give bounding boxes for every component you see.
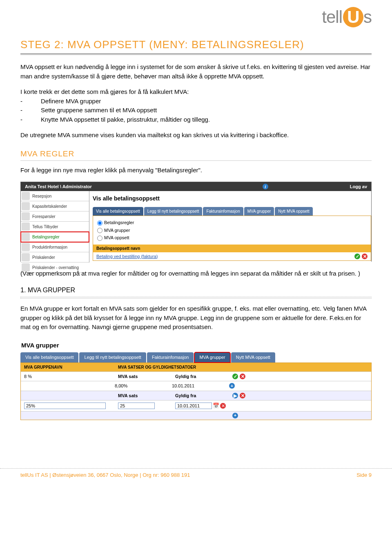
app-header: Anita Test Hotel \ Administrator iLogg a… — [21, 182, 371, 191]
column-header: Betalingsoppsett navn — [93, 245, 371, 252]
delete-icon[interactable]: ✕ — [240, 374, 245, 379]
payment-setup-link[interactable]: Betaling ved bestilling (faktura) — [96, 253, 158, 260]
tab-fakturainfo[interactable]: Fakturainfomasjon — [147, 352, 194, 363]
tab-vis-alle[interactable]: Vis alle betalingsoppsett — [93, 207, 143, 216]
subsection-title: 1. MVA GRUPPER — [20, 285, 372, 297]
logout-link[interactable]: Logg av — [350, 183, 367, 190]
table-row-editable: 📅✕ — [21, 400, 371, 411]
add-icon[interactable]: + — [229, 383, 235, 389]
radio-mva-grupper[interactable]: MVA grupper — [97, 227, 367, 234]
steps-lead: I korte trekk er det dette som må gjøres… — [20, 87, 372, 97]
page-footer: tellUs IT AS | Østensjøveien 36, 0667 Os… — [0, 468, 392, 482]
footer-address: tellUs IT AS | Østensjøveien 36, 0667 Os… — [20, 471, 190, 479]
list-row: Betaling ved bestilling (faktura) ✓✕ — [93, 252, 371, 261]
tab-nytt-mva[interactable]: Nytt MVA oppsett — [275, 207, 313, 216]
tab-mva-grupper[interactable]: MVA grupper — [244, 207, 274, 216]
col-label: MVA sats — [118, 392, 175, 399]
rate-input[interactable] — [118, 403, 155, 409]
date-value: 10.01.2011 — [172, 383, 229, 389]
table-row: MVA sats Gyldig fra ▶✕ — [21, 391, 371, 400]
tab-legg-til[interactable]: Legg til nytt betalingsoppsett — [79, 352, 146, 363]
section-title: MVA REGLER — [20, 148, 372, 161]
step-item: Knytte MVA oppsettet til pakke, prisstru… — [20, 115, 372, 125]
tab-bar: Vis alle betalingsoppsett Legg til nytt … — [93, 207, 371, 216]
date-input[interactable] — [175, 403, 212, 409]
euro-icon — [22, 253, 30, 261]
screenshot-betalingsregler: Anita Test Hotel \ Administrator iLogg a… — [20, 182, 372, 262]
table-header: MVA GRUPPENAVNMVA SATSER OG GYLDIGHETSDA… — [21, 363, 371, 371]
calendar-icon[interactable]: 📅 — [213, 402, 219, 410]
col-label: Gyldig fra — [175, 392, 232, 399]
logo-circle: U — [343, 7, 363, 27]
group-name: 8 % — [24, 373, 118, 380]
tab-mva-grupper[interactable]: MVA grupper — [194, 352, 230, 363]
col-label: Gyldig fra — [175, 373, 232, 380]
tab-vis-alle[interactable]: Vis alle betalingsoppsett — [20, 352, 78, 363]
sidebar-item-foresporsler[interactable]: Forespørsler — [21, 211, 89, 222]
screenshot-mva-grupper: MVA grupper Vis alle betalingsoppsett Le… — [20, 338, 372, 420]
sidebar-item-produktinfo[interactable]: Produktinformasjon — [21, 242, 89, 252]
panel-title: MVA grupper — [20, 338, 372, 353]
page-title: STEG 2: MVA OPPSETT (MENY: BETALINGSREGL… — [20, 37, 372, 53]
group-name-input[interactable] — [24, 403, 106, 409]
sidebar-item-kapasitet[interactable]: Kapasitetskalender — [21, 201, 89, 211]
sidebar-item-betalingsregler[interactable]: Betalingsregler — [21, 232, 89, 242]
note-paragraph: (Vær oppmerksom på at mva regler for mål… — [20, 269, 372, 278]
sidebar-item-resepsjon[interactable]: Resepsjon — [21, 191, 89, 201]
tab-nytt-mva[interactable]: Nytt MVA oppsett — [231, 352, 275, 363]
breadcrumb: Anita Test Hotel \ Administrator — [25, 183, 92, 190]
sidebar-item-priskalender[interactable]: Priskalender — [21, 252, 89, 262]
question-icon — [22, 212, 30, 220]
table-footer: + — [21, 411, 371, 420]
radio-betalingsregler[interactable]: Betalingsregler — [97, 219, 367, 226]
section-intro: For å legge inn nye mva regler klikk på … — [20, 166, 372, 175]
steps-list: Definere MVA grupper Sette gruppene samm… — [20, 97, 372, 125]
rate-value: 8,00% — [115, 383, 172, 389]
tab-bar: Vis alle betalingsoppsett Legg til nytt … — [20, 352, 372, 363]
table-row: 8 % MVA sats Gyldig fra ✓✕ — [21, 371, 371, 381]
subsection-body: En MVA gruppe er kort fortalt en MVA sat… — [20, 304, 372, 332]
sidebar: Resepsjon Kapasitetskalender Forespørsle… — [21, 191, 89, 262]
tab-fakturainfo[interactable]: Fakturainfomasjon — [203, 207, 243, 216]
info-icon[interactable]: i — [263, 184, 268, 189]
delete-icon[interactable]: ✕ — [240, 393, 245, 398]
run-icon[interactable]: ▶ — [232, 393, 238, 398]
euro-icon — [22, 222, 30, 231]
reception-icon — [22, 192, 30, 200]
step-item: Sette gruppene sammen til et MVA oppsett — [20, 106, 372, 115]
list-icon — [22, 243, 30, 251]
table-subrow: 8,00% 10.01.2011 + — [21, 381, 371, 391]
confirm-icon[interactable]: ✓ — [232, 374, 238, 379]
logo: tellUs — [322, 4, 372, 30]
step-item: Definere MVA grupper — [20, 97, 372, 106]
page-number: Side 9 — [356, 471, 372, 479]
confirm-icon[interactable]: ✓ — [354, 254, 360, 259]
summary-paragraph: De utregnete MVA summene vises kunden vi… — [20, 131, 372, 140]
intro-paragraph: MVA oppsett er kun nødvendig å legge inn… — [20, 62, 372, 81]
panel-title: Vis alle betalingsoppsett — [93, 194, 371, 203]
col-label: MVA sats — [118, 373, 175, 380]
delete-icon[interactable]: ✕ — [362, 254, 368, 259]
calendar-icon — [22, 202, 30, 210]
radio-mva-oppsett[interactable]: MVA oppsett — [97, 234, 367, 241]
sidebar-item-tilbyder[interactable]: Tellus Tilbyder — [21, 222, 89, 232]
tab-legg-til[interactable]: Legg til nytt betalingsoppsett — [144, 207, 203, 216]
euro-icon — [22, 233, 30, 241]
delete-icon[interactable]: ✕ — [220, 403, 226, 409]
filter-radios: Betalingsregler MVA grupper MVA oppsett — [93, 216, 371, 245]
add-icon[interactable]: + — [232, 413, 238, 418]
